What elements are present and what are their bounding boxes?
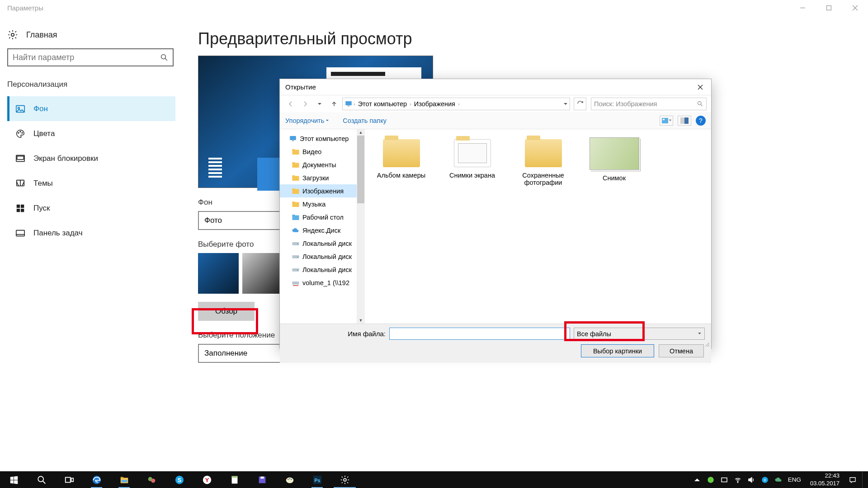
taskbar-app[interactable]	[138, 471, 165, 488]
drive-icon	[292, 253, 300, 261]
nav-back-button[interactable]	[284, 98, 297, 110]
taskbar-app-photoshop[interactable]: Ps	[303, 471, 331, 488]
tray-icon[interactable]: e	[761, 476, 769, 484]
taskbar-app-yandex[interactable]: Y	[193, 471, 221, 488]
breadcrumb-item[interactable]: Изображения	[412, 100, 457, 108]
taskbar-app[interactable]	[248, 471, 276, 488]
nav-taskbar[interactable]: Панель задач	[7, 221, 175, 245]
svg-rect-59	[71, 478, 73, 481]
svg-rect-33	[292, 150, 299, 155]
task-view-button[interactable]	[55, 471, 83, 488]
nav-background[interactable]: Фон	[7, 96, 175, 121]
tree-item-desktop[interactable]: Рабочий стол	[280, 211, 365, 224]
nav-start[interactable]: Пуск	[7, 196, 175, 221]
home-label: Главная	[26, 30, 57, 40]
tree-item-pictures[interactable]: Изображения	[280, 184, 365, 197]
settings-sidebar: Главная Персонализация Фон Цвета Э	[0, 29, 175, 363]
tree-item-drive[interactable]: Локальный диск	[280, 250, 365, 263]
file-item-folder[interactable]: Альбом камеры	[373, 136, 429, 179]
filetype-select[interactable]: Все файлы	[574, 328, 705, 340]
svg-point-77	[291, 479, 292, 480]
nav-themes[interactable]: Темы	[7, 171, 175, 196]
language-indicator[interactable]: ENG	[788, 476, 801, 483]
photo-thumb[interactable]	[198, 253, 239, 294]
folder-icon	[292, 187, 300, 195]
resize-grip[interactable]	[704, 341, 710, 347]
organize-button[interactable]: Упорядочить	[285, 117, 329, 124]
gear-icon	[7, 29, 18, 40]
start-button[interactable]	[0, 471, 28, 488]
view-mode-button[interactable]	[660, 116, 673, 126]
tree-item-yandex[interactable]: Яндекс.Диск	[280, 224, 365, 237]
wifi-icon[interactable]	[734, 476, 742, 484]
minimize-button[interactable]	[789, 0, 816, 16]
notifications-icon[interactable]	[849, 476, 857, 484]
taskbar-app-skype[interactable]: S	[165, 471, 193, 488]
file-item-image[interactable]: Снимок	[586, 136, 642, 182]
address-bar[interactable]: › Этот компьютер › Изображения ›	[342, 98, 570, 110]
nav-label: Фон	[33, 104, 48, 113]
file-explorer-icon	[119, 475, 129, 485]
taskbar-app-notepad[interactable]	[221, 471, 248, 488]
nav-up-button[interactable]	[328, 98, 340, 110]
tree-item-videos[interactable]: Видео	[280, 145, 365, 158]
recent-locations-button[interactable]	[313, 98, 326, 110]
tray-chevron-up-icon[interactable]	[693, 476, 701, 484]
home-link[interactable]: Главная	[7, 29, 175, 40]
tree-item-downloads[interactable]: Загрузки	[280, 171, 365, 184]
open-button[interactable]: Выбор картинки	[581, 344, 654, 357]
tree-item-netdrive[interactable]: volume_1 (\\192	[280, 276, 365, 289]
filename-input[interactable]	[389, 328, 570, 340]
maximize-button[interactable]	[816, 0, 842, 16]
file-item-folder[interactable]: Сохраненные фотографии	[515, 136, 571, 186]
preview-pane-button[interactable]	[678, 116, 691, 126]
search-box[interactable]	[7, 48, 174, 66]
gear-icon	[340, 475, 350, 485]
photo-thumb[interactable]	[242, 253, 283, 294]
nav-lockscreen[interactable]: Экран блокировки	[7, 146, 175, 171]
nav-label: Панель задач	[33, 229, 83, 238]
search-button[interactable]	[28, 471, 55, 488]
close-button[interactable]	[842, 0, 868, 16]
svg-rect-51	[292, 282, 299, 285]
file-item-folder[interactable]: Снимки экрана	[444, 136, 500, 179]
tree-item-documents[interactable]: Документы	[280, 158, 365, 171]
folder-icon	[525, 139, 562, 167]
refresh-button[interactable]	[574, 98, 586, 110]
notepad-icon	[230, 475, 240, 485]
tree-scrollbar[interactable]: ▲ ▼	[357, 129, 365, 324]
lockscreen-icon	[15, 154, 25, 164]
show-desktop-button[interactable]	[862, 471, 865, 488]
search-input[interactable]	[13, 53, 160, 62]
svg-rect-15	[17, 204, 20, 207]
tree-item-drive[interactable]: Локальный диск	[280, 263, 365, 276]
taskbar-icon	[15, 228, 25, 238]
tray-icon[interactable]	[774, 476, 783, 484]
volume-icon[interactable]	[747, 476, 755, 484]
tree-item-music[interactable]: Музыка	[280, 197, 365, 211]
taskbar-app-explorer[interactable]	[110, 471, 138, 488]
tree-item-pc[interactable]: Этот компьютер	[280, 132, 365, 145]
breadcrumb-item[interactable]: Этот компьютер	[356, 100, 409, 108]
tree-item-drive[interactable]: Локальный диск	[280, 237, 365, 250]
tray-icon[interactable]	[720, 476, 728, 484]
nav-colors[interactable]: Цвета	[7, 121, 175, 146]
browse-button[interactable]: Обзор	[198, 302, 255, 321]
taskbar-app-settings[interactable]	[331, 471, 359, 488]
new-folder-button[interactable]: Создать папку	[343, 117, 387, 124]
taskbar-app-edge[interactable]	[83, 471, 110, 488]
tray-icon[interactable]	[707, 476, 715, 484]
svg-rect-41	[292, 202, 299, 207]
help-button[interactable]: ?	[696, 116, 706, 126]
nav-label: Экран блокировки	[33, 154, 98, 163]
dialog-search-box[interactable]: Поиск: Изображения	[591, 98, 707, 110]
chevron-down-icon[interactable]	[563, 102, 568, 106]
clock[interactable]: 22:43 03.05.2017	[807, 472, 843, 487]
svg-point-9	[18, 132, 19, 133]
dialog-close-button[interactable]	[689, 79, 711, 95]
taskbar-app-paint[interactable]	[276, 471, 303, 488]
nav-forward-button[interactable]	[299, 98, 311, 110]
search-icon	[160, 53, 168, 61]
svg-rect-42	[292, 202, 295, 203]
cancel-button[interactable]: Отмена	[659, 344, 704, 357]
